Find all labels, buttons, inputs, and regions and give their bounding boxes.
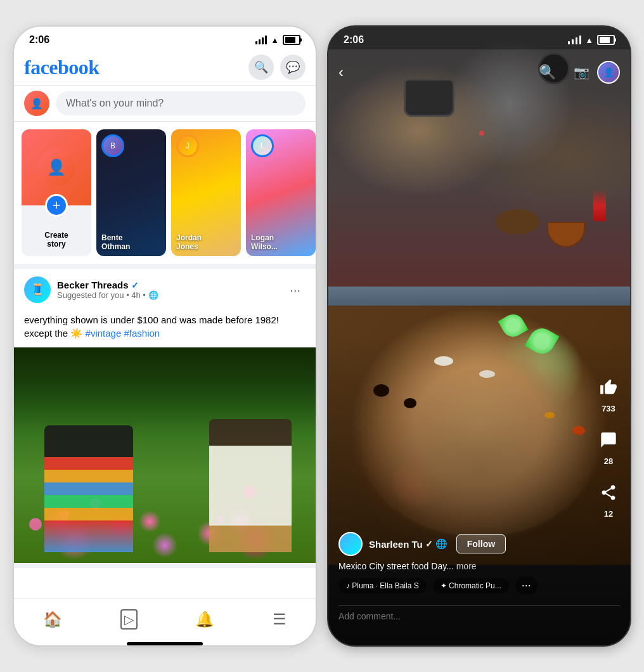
reel-globe-icon: 🌐 — [435, 538, 448, 550]
signal-icon — [255, 36, 267, 44]
user-avatar: 👤 — [24, 91, 49, 116]
story-card-bente[interactable]: B BenteOthman — [96, 129, 166, 256]
status-input-row: 👤 What's on your mind? — [14, 85, 316, 122]
reel-user-avatar — [338, 532, 363, 556]
battery-icon — [283, 35, 300, 45]
story-avatar-jordan: J — [176, 134, 199, 157]
post-becker-threads: 🧵 Becker Threads ✓ Suggested for you • 4… — [14, 269, 316, 568]
home-indicator — [127, 642, 203, 645]
phone-left: 2:06 ▲ facebook 🔍 💬 — [13, 25, 317, 647]
reel-verified-icon: ✓ — [425, 539, 433, 549]
video-icon: ▷ — [120, 609, 138, 630]
signal-icon-right — [568, 36, 581, 44]
menu-icon: ☰ — [273, 611, 287, 628]
time-right: 2:06 — [344, 34, 364, 46]
create-story-image: 👤 + — [22, 129, 91, 205]
reel-actions: 733 28 12 — [595, 373, 622, 519]
share-action[interactable]: 12 — [595, 479, 622, 519]
status-icons-left: ▲ — [255, 35, 300, 45]
phone-right: 2:06 ▲ ‹ 🔍 📷 👤 — [327, 25, 631, 647]
reel-bottom-info: Sharleen Tu ✓ 🌐 Follow Mexico City stree… — [328, 532, 592, 595]
reel-user-row: Sharleen Tu ✓ 🌐 Follow — [338, 532, 582, 556]
comment-action[interactable]: 28 — [595, 426, 622, 466]
wifi-icon: ▲ — [271, 36, 279, 45]
post-text: everything shown is under $100 and was m… — [14, 311, 316, 347]
reel-music-chip-1[interactable]: ♪ Pluma · Ella Baila S — [338, 578, 427, 593]
follow-button[interactable]: Follow — [456, 534, 506, 553]
verified-icon: ✓ — [131, 280, 139, 290]
home-icon: 🏠 — [43, 611, 62, 628]
reel-comment-bar — [328, 605, 630, 626]
reel-music-row: ♪ Pluma · Ella Baila S ✦ Chromatic Pu...… — [338, 576, 582, 595]
hashtag-fashion[interactable]: #fashion — [124, 328, 160, 339]
comment-input[interactable] — [338, 605, 620, 626]
comment-count: 28 — [604, 456, 613, 466]
like-action[interactable]: 733 — [595, 373, 622, 413]
reel-description: Mexico City street food Day... more — [338, 561, 582, 571]
bowl-decoration — [547, 222, 585, 247]
hashtag-vintage[interactable]: #vintage — [86, 328, 122, 339]
create-plus-icon: + — [45, 194, 68, 217]
status-input[interactable]: What's on your mind? — [56, 91, 306, 115]
post-more-button[interactable]: ··· — [285, 280, 306, 300]
status-bar-right: 2:06 ▲ — [328, 27, 630, 49]
battery-icon-right — [597, 35, 615, 45]
reel-more-text[interactable]: more — [456, 561, 477, 571]
camera-icon-reel[interactable]: 📷 — [574, 65, 589, 80]
stories-section: 👤 + Create story B BenteOthman J JordanJ — [14, 122, 316, 269]
bell-icon: 🔔 — [195, 611, 214, 628]
nav-home[interactable]: 🏠 — [30, 607, 75, 632]
comment-icon — [595, 426, 622, 454]
nav-menu[interactable]: ☰ — [260, 607, 299, 632]
status-bar-left: 2:06 ▲ — [14, 27, 316, 49]
story-name-logan: LoganWilso... — [251, 233, 311, 251]
post-subtitle: Suggested for you • 4h • 🌐 — [57, 290, 278, 300]
reel-username: Sharleen Tu ✓ 🌐 — [369, 538, 448, 550]
reel-music-chip-2[interactable]: ✦ Chromatic Pu... — [433, 578, 509, 593]
nav-video[interactable]: ▷ — [108, 605, 150, 633]
header-icons: 🔍 💬 — [248, 55, 306, 80]
bottom-nav: 🏠 ▷ 🔔 ☰ — [14, 598, 316, 638]
story-card-logan[interactable]: L LoganWilso... — [246, 129, 316, 256]
post-image — [14, 347, 316, 563]
like-count: 733 — [602, 404, 615, 413]
search-button[interactable]: 🔍 — [248, 55, 274, 80]
story-card-jordan[interactable]: J JordanJones — [171, 129, 241, 256]
status-icons-right: ▲ — [568, 35, 615, 45]
reel-gradient-overlay — [328, 336, 630, 645]
like-icon — [595, 373, 622, 401]
create-story-card[interactable]: 👤 + Create story — [22, 129, 91, 256]
back-button[interactable]: ‹ — [338, 63, 344, 81]
time-left: 2:06 — [29, 34, 49, 46]
nav-notifications[interactable]: 🔔 — [183, 607, 227, 632]
share-icon — [595, 479, 622, 507]
story-avatar-bente: B — [101, 134, 124, 157]
reels-top-bar: ‹ 🔍 📷 👤 — [328, 56, 630, 89]
post-header: 🧵 Becker Threads ✓ Suggested for you • 4… — [14, 269, 316, 311]
story-name-bente: BenteOthman — [101, 233, 161, 251]
search-icon-reel[interactable]: 🔍 — [539, 64, 556, 81]
profile-avatar-reel[interactable]: 👤 — [597, 61, 620, 84]
messenger-button[interactable]: 💬 — [280, 55, 306, 80]
reel-options-button[interactable]: ··· — [515, 576, 538, 595]
post-avatar: 🧵 — [24, 276, 51, 303]
post-author: Becker Threads ✓ — [57, 280, 278, 290]
wifi-icon-right: ▲ — [585, 36, 593, 45]
story-avatar-logan: L — [251, 134, 274, 157]
facebook-header: facebook 🔍 💬 — [14, 49, 316, 85]
post-meta: Becker Threads ✓ Suggested for you • 4h … — [57, 280, 278, 300]
facebook-logo: facebook — [24, 56, 100, 79]
story-name-jordan: JordanJones — [176, 233, 236, 251]
share-count: 12 — [604, 509, 613, 519]
